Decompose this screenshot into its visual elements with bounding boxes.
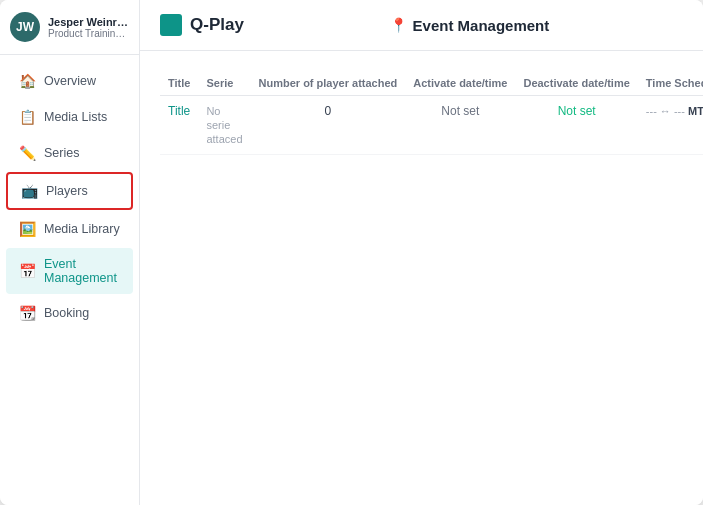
time-schedule-days: MTWTFSS <box>688 105 703 117</box>
sidebar-label-media-library: Media Library <box>44 222 120 236</box>
sidebar-label-booking: Booking <box>44 306 89 320</box>
col-header-time-schedule: Time Schedule <box>638 71 703 96</box>
event-management-icon: 📅 <box>18 263 36 279</box>
user-name: Jesper Weinreich <box>48 16 129 28</box>
media-lists-icon: 📋 <box>18 109 36 125</box>
page-title-area: 📍 Event Management <box>256 17 683 34</box>
cell-title: Title <box>160 96 198 155</box>
user-info: Jesper Weinreich Product Training · No..… <box>48 16 129 39</box>
sidebar-item-overview[interactable]: 🏠 Overview <box>6 64 133 98</box>
sidebar-item-players[interactable]: 📺 Players <box>6 172 133 210</box>
cell-time-schedule: --- ↔ --- MTWTFSS <box>638 96 703 155</box>
col-header-activate: Activate date/time <box>405 71 515 96</box>
sidebar: JW Jesper Weinreich Product Training · N… <box>0 0 140 505</box>
nav-menu: 🏠 Overview 📋 Media Lists ✏️ Series 📺 Pla… <box>0 55 139 505</box>
avatar: JW <box>10 12 40 42</box>
cell-activate: Not set <box>405 96 515 155</box>
sidebar-label-media-lists: Media Lists <box>44 110 107 124</box>
booking-icon: 📆 <box>18 305 36 321</box>
title-link[interactable]: Title <box>168 104 190 118</box>
logo-square <box>160 14 182 36</box>
content-area: Title Serie Number of player attached Ac… <box>140 51 703 505</box>
event-table: Title Serie Number of player attached Ac… <box>160 71 703 155</box>
sidebar-item-booking[interactable]: 📆 Booking <box>6 296 133 330</box>
cell-deactivate: Not set <box>515 96 637 155</box>
user-profile[interactable]: JW Jesper Weinreich Product Training · N… <box>0 0 139 55</box>
players-icon: 📺 <box>20 183 38 199</box>
time-schedule-value: --- ↔ --- MTWTFSS <box>646 105 703 117</box>
cell-number-attached: 0 <box>251 96 406 155</box>
sidebar-item-media-library[interactable]: 🖼️ Media Library <box>6 212 133 246</box>
sidebar-label-overview: Overview <box>44 74 96 88</box>
cell-serie: No serie attaced <box>198 96 250 155</box>
media-library-icon: 🖼️ <box>18 221 36 237</box>
top-bar: Q-Play 📍 Event Management <box>140 0 703 51</box>
col-header-serie: Serie <box>198 71 250 96</box>
col-header-deactivate: Deactivate date/time <box>515 71 637 96</box>
pin-icon: 📍 <box>390 17 407 33</box>
series-icon: ✏️ <box>18 145 36 161</box>
col-header-title: Title <box>160 71 198 96</box>
logo: Q-Play <box>160 14 244 36</box>
sidebar-label-event-management: Event Management <box>44 257 121 285</box>
logo-text: Q-Play <box>190 15 244 35</box>
deactivate-value: Not set <box>558 104 596 118</box>
col-header-number: Number of player attached <box>251 71 406 96</box>
time-schedule-prefix: --- ↔ --- <box>646 105 688 117</box>
overview-icon: 🏠 <box>18 73 36 89</box>
serie-value: No serie attaced <box>206 105 242 145</box>
user-role: Product Training · No... <box>48 28 129 39</box>
table-row: Title No serie attaced 0 Not set Not set <box>160 96 703 155</box>
sidebar-item-media-lists[interactable]: 📋 Media Lists <box>6 100 133 134</box>
activate-value: Not set <box>441 104 479 118</box>
sidebar-label-series: Series <box>44 146 79 160</box>
sidebar-item-event-management[interactable]: 📅 Event Management <box>6 248 133 294</box>
sidebar-item-series[interactable]: ✏️ Series <box>6 136 133 170</box>
main-content: Q-Play 📍 Event Management Title Serie Nu… <box>140 0 703 505</box>
page-title: Event Management <box>413 17 550 34</box>
sidebar-label-players: Players <box>46 184 88 198</box>
